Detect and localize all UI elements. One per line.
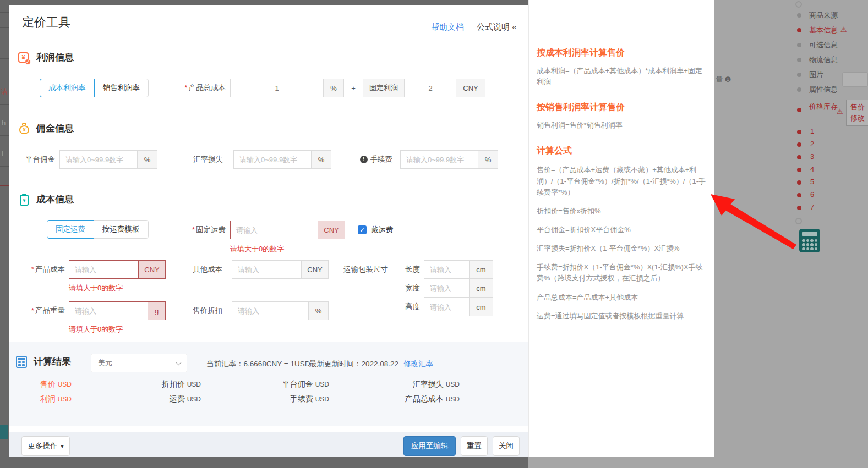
product-cost-label: *产品成本 (10, 260, 65, 279)
pricing-tool-screen: 请 h l 量 ❶ 商品来源 基本信息 ⚠ 可选信息 物流信息 图片 属性信息 … (0, 0, 868, 468)
fixed-profit-input[interactable] (405, 79, 456, 97)
platform-fee-input[interactable] (59, 150, 138, 169)
formula-line: 销售利润=售价*销售利润率 (537, 120, 706, 131)
step-number: 5 (810, 178, 814, 186)
background-fragment (0, 27, 9, 28)
length-input[interactable] (424, 260, 470, 279)
step-number: 4 (810, 165, 814, 173)
price-discount-input[interactable] (232, 301, 309, 320)
step-dot (797, 130, 801, 134)
other-cost-input[interactable] (232, 260, 302, 279)
width-input[interactable] (424, 279, 470, 298)
background-fragment: h (2, 119, 6, 127)
caret-down-icon: ▾ (61, 443, 63, 449)
fixed-profit-addon: 固定利润 (363, 79, 405, 97)
platform-fee-input-group: % (59, 150, 157, 169)
currency-addon: CNY (456, 79, 485, 97)
percent-addon: % (478, 150, 498, 169)
formula-line: 成本利润=（产品成本+其他成本）*成本利润率+固定利润 (537, 65, 706, 87)
currency-select[interactable]: 美元 (91, 354, 187, 372)
length-input-group: cm (424, 260, 493, 279)
formula-line: 折扣价=售价x折扣% (537, 206, 706, 217)
header-divider (9, 40, 528, 40)
handling-fee-input[interactable] (400, 150, 478, 169)
cost-icon: ¥ (18, 194, 30, 206)
sidebar-item-basic-info: 基本信息 (809, 25, 838, 35)
other-cost-input-group: CNY (232, 260, 329, 279)
background-fragment (0, 12, 9, 13)
fixed-shipping-input[interactable] (230, 221, 318, 239)
step-dot (797, 155, 801, 159)
plus-addon: + (343, 79, 363, 97)
handling-fee-input-group: % (400, 150, 498, 169)
step-number: 6 (810, 190, 814, 199)
current-rate-text: 当前汇率：6.6668CNY = 1USD (206, 359, 310, 369)
product-weight-label: *产品重量 (10, 301, 65, 320)
height-input[interactable] (424, 298, 470, 316)
help-doc-link[interactable]: 帮助文档 (431, 22, 464, 32)
tab-fixed-shipping[interactable]: 固定运费 (47, 220, 94, 239)
background-fragment: 请 (1, 87, 8, 97)
step-dot (797, 168, 801, 172)
warning-icon: ⚠ (840, 25, 847, 34)
exchange-loss-input-group: % (233, 150, 331, 169)
formula-line: 手续费=折扣价X（1-平台佣金*%）X(1-汇损%)X手续费%（跨境支付方式授权… (537, 262, 706, 284)
formula-heading-calculation: 计算公式 (537, 145, 706, 157)
percent-addon: % (137, 150, 157, 169)
height-label: 高度 (396, 298, 420, 316)
result-sale-price: 售价USD (17, 379, 72, 390)
exchange-loss-input[interactable] (233, 150, 312, 169)
background-fragment: l (2, 150, 3, 158)
step-dot (797, 108, 801, 112)
step-nav-circle-top (795, 1, 802, 8)
price-discount-input-group: % (232, 301, 329, 320)
step-dot (797, 58, 801, 62)
result-platform-fee: 平台佣金USD (230, 379, 329, 390)
product-cost-input[interactable] (69, 260, 139, 279)
step-number: 2 (810, 140, 814, 148)
step-dot (797, 142, 801, 147)
fixed-shipping-label: *固定运费 (171, 221, 226, 239)
background-fragment (0, 104, 9, 105)
currency-addon: CNY (301, 260, 329, 279)
height-input-group: cm (424, 298, 493, 316)
sidebar-item-images: 图片 (809, 70, 823, 80)
close-button[interactable]: 关闭 (493, 436, 520, 456)
fixed-shipping-error: 请填大于0的数字 (230, 244, 284, 254)
formula-line: 运费=通过填写固定值或者按模板根据重量计算 (537, 311, 706, 322)
formula-line: 售价=（产品成本+运费（藏或不藏）+其他成本+利润）/（1-平台佣金*%）/折扣… (537, 164, 706, 197)
more-actions-button[interactable]: 更多操作▾ (21, 436, 70, 456)
handling-fee-label: ! 手续费 (344, 150, 392, 169)
hide-shipping-checkbox[interactable]: ✓ (358, 225, 367, 234)
fixed-shipping-input-group: CNY (230, 221, 345, 239)
step-dot (797, 180, 801, 185)
product-cost-error: 请填大于0的数字 (69, 283, 123, 293)
background-fragment (0, 58, 9, 59)
step-dot (797, 73, 801, 77)
formula-line: 产品总成本=产品成本+其他成本 (537, 292, 706, 303)
tab-shipping-template[interactable]: 按运费模板 (94, 220, 149, 239)
commission-section-title: ¥ 佣金信息 (18, 122, 74, 135)
result-profit: 利润USD (17, 394, 72, 405)
last-updated-text: 最新更新时间：2022.08.22 (309, 359, 398, 369)
result-calculator-icon (15, 356, 28, 368)
package-size-label: 运输包装尺寸 (339, 265, 388, 274)
formula-panel-toggle[interactable]: 公式说明 « (477, 22, 517, 32)
result-discount-price: 折扣价USD (102, 379, 201, 390)
result-total-cost: 产品总成本USD (350, 394, 460, 405)
tab-cost-profit-rate[interactable]: 成本利润率 (40, 79, 95, 97)
step-number: 7 (810, 203, 814, 211)
total-cost-input[interactable] (230, 79, 324, 97)
modify-rate-link[interactable]: 修改汇率 (403, 359, 433, 369)
background-fragment (842, 72, 868, 87)
hide-shipping-label: 藏运费 (371, 225, 394, 235)
product-weight-error: 请填大于0的数字 (69, 324, 123, 334)
commission-icon: ¥ (18, 123, 30, 135)
cost-section-title: ¥ 成本信息 (18, 193, 74, 206)
product-weight-input[interactable] (69, 301, 148, 320)
currency-addon: CNY (138, 260, 166, 279)
total-cost-label: *产品总成本 (116, 79, 226, 97)
reset-button[interactable]: 重置 (461, 436, 488, 456)
modal-title: 定价工具 (22, 14, 70, 31)
apply-to-edit-button[interactable]: 应用至编辑 (403, 436, 456, 456)
